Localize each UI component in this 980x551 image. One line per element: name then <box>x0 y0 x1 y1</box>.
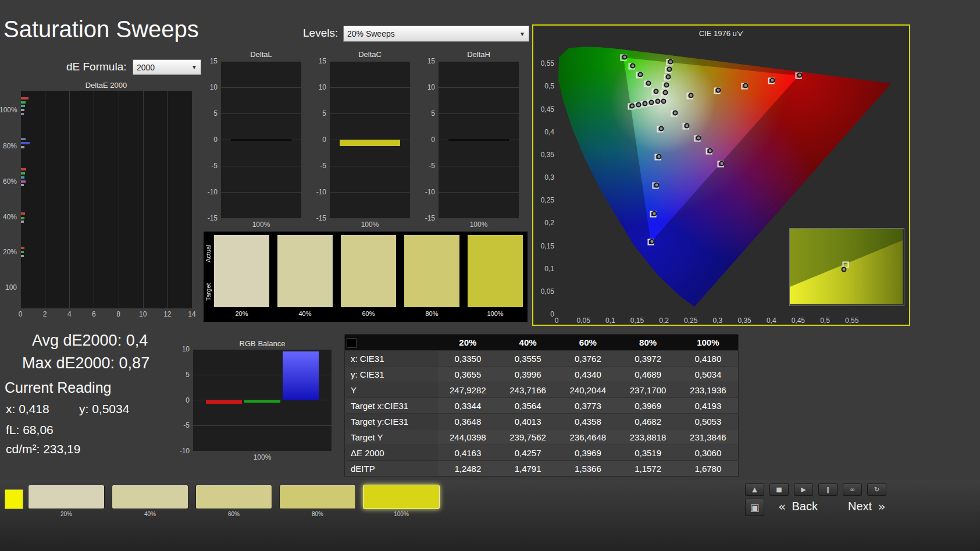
deltae-measurement-bar <box>21 221 24 223</box>
axis-tick-label: 5 <box>420 109 435 118</box>
play-icon[interactable]: ▶ <box>794 484 813 496</box>
next-button[interactable]: Next » <box>844 499 889 514</box>
axis-tick-label: 15 <box>311 57 326 65</box>
cell-value: 0,3564 <box>498 398 558 414</box>
axis-tick-label: 40% <box>0 213 17 221</box>
cell-value: 0,5034 <box>678 367 739 382</box>
cie-measure-marker <box>657 154 662 159</box>
swatch-color <box>214 235 269 307</box>
cell-value: 240,2044 <box>558 382 618 398</box>
column-header <box>345 335 438 351</box>
pause-icon[interactable]: ‖ <box>818 484 838 496</box>
saturation-swatch: 40% <box>277 235 333 317</box>
row-label: Target x:CIE31 <box>345 398 438 414</box>
axis-tick-label: 5 <box>174 371 190 379</box>
layout-icon[interactable]: ▣ <box>745 499 764 516</box>
row-label: x: CIE31 <box>345 351 438 367</box>
cell-value: 0,4358 <box>558 414 618 429</box>
cie-measure-marker <box>719 161 724 166</box>
cie-inset-zoom <box>789 228 904 306</box>
deltae-x-axis: 02468101214 <box>20 310 192 318</box>
cie-y-tick-label: 0,55 <box>536 59 554 67</box>
cie-chart-panel[interactable]: CIE 1976 u'v' 0,550,50,450,40,350,30,250… <box>532 24 910 326</box>
cie-measure-marker <box>664 82 669 87</box>
cie-x-tick-label: 0,05 <box>573 317 593 325</box>
cie-measure-marker <box>648 100 654 105</box>
deltal-plot <box>221 61 301 219</box>
rgb-balance-title: RGB Balance <box>193 339 332 348</box>
table-row: dEITP1,24821,47911,53661,15721,6780 <box>345 461 739 477</box>
row-label: ΔE 2000 <box>345 445 438 461</box>
saturation-step-swatch[interactable] <box>28 485 105 509</box>
cell-value: 0,5053 <box>678 414 739 429</box>
axis-tick-label: 80% <box>0 142 17 150</box>
cell-value: 1,2482 <box>438 461 498 477</box>
cie-measure-marker <box>715 88 721 93</box>
axis-tick-label: 8 <box>113 310 124 318</box>
refresh-icon[interactable]: ↻ <box>867 484 886 496</box>
deltae-measurement-bar <box>21 176 24 179</box>
transport-controls: ▲■▶‖∞↻ <box>745 484 886 496</box>
cell-value: 0,3350 <box>438 351 498 367</box>
deltah-chart-title: DeltaH <box>439 50 519 59</box>
cie-x-tick-label: 0 <box>547 317 566 325</box>
deltac-chart-panel: DeltaC 151050-5-10-15 100% <box>311 50 410 226</box>
cie-y-tick-label: 0,1 <box>536 265 554 273</box>
deltah-x-label: 100% <box>439 221 519 229</box>
cell-value: 0,3519 <box>618 445 678 461</box>
cell-value: 0,3555 <box>498 351 558 367</box>
cie-measure-marker <box>667 67 672 72</box>
swatch-items: 20%40%60%80%100% <box>214 235 523 317</box>
reading-x: x: 0,418 <box>6 402 49 416</box>
table-header-row: 20%40%60%80%100% <box>345 335 739 351</box>
cie-measure-marker <box>636 102 641 108</box>
row-label: Y <box>345 382 438 398</box>
deltae-measurement-bar <box>21 101 26 104</box>
cie-x-tick-label: 0,1 <box>600 317 620 325</box>
axis-tick-label: 5 <box>202 109 218 118</box>
deltah-chart-panel: DeltaH 151050-5-10-15 100% <box>420 50 519 226</box>
deltae-chart <box>20 91 193 308</box>
cell-value: 0,3344 <box>438 398 498 414</box>
saturation-swatch: 80% <box>404 235 459 317</box>
deltac-chart-title: DeltaC <box>330 50 410 59</box>
green-balance-bar <box>244 400 280 403</box>
avg-de2000-reading: Avg dE2000: 0,4 <box>32 332 148 350</box>
saturation-step-swatch[interactable] <box>112 485 188 509</box>
saturation-step-swatch[interactable] <box>363 485 440 509</box>
stop-icon[interactable]: ■ <box>769 484 789 496</box>
cie-y-tick-label: 0,15 <box>536 242 554 250</box>
saturation-step-swatches: 20%40%60%80%100% <box>28 485 440 517</box>
max-de2000-reading: Max dE2000: 0,87 <box>22 354 149 372</box>
cell-value: 237,1700 <box>618 382 678 398</box>
cie-measure-marker <box>629 104 635 109</box>
saturation-swatch: 20% <box>214 235 269 317</box>
axis-tick-label: 12 <box>162 310 173 318</box>
cie-measure-marker <box>662 90 668 95</box>
axis-tick-label: -15 <box>202 214 218 222</box>
back-button[interactable]: « Back <box>775 499 821 514</box>
axis-tick-label: 10 <box>174 345 190 353</box>
axis-tick-label: -5 <box>202 162 218 170</box>
axis-tick-label: 4 <box>63 310 75 318</box>
reading-luminance: cd/m²: 233,19 <box>6 442 80 456</box>
cie-measure-marker <box>707 148 712 154</box>
cie-measure-marker <box>622 55 628 60</box>
cie-y-axis: 0,550,50,450,40,350,30,250,20,150,10,050 <box>534 41 554 314</box>
actual-target-swatch-panel: Actual Target 20%40%60%80%100% <box>204 232 528 322</box>
swatch-color <box>341 235 396 307</box>
row-label: y: CIE31 <box>345 367 438 382</box>
levels-dropdown[interactable]: 20% Sweeps ▼ <box>343 26 529 42</box>
deltae-measurement-bar <box>21 184 24 186</box>
saturation-step: 60% <box>195 485 272 517</box>
collapse-icon[interactable]: ▲ <box>745 484 764 496</box>
de-formula-dropdown[interactable]: 2000 ▼ <box>133 59 201 75</box>
saturation-step-swatch[interactable] <box>279 485 356 509</box>
column-header: 80% <box>618 335 678 351</box>
loop-icon[interactable]: ∞ <box>843 484 862 496</box>
deltae-measurement-bar <box>21 109 24 111</box>
current-reading-title: Current Reading <box>5 379 111 396</box>
saturation-step-swatch[interactable] <box>195 485 272 509</box>
column-header: 100% <box>678 335 739 351</box>
cell-value: 0,4257 <box>498 445 558 461</box>
